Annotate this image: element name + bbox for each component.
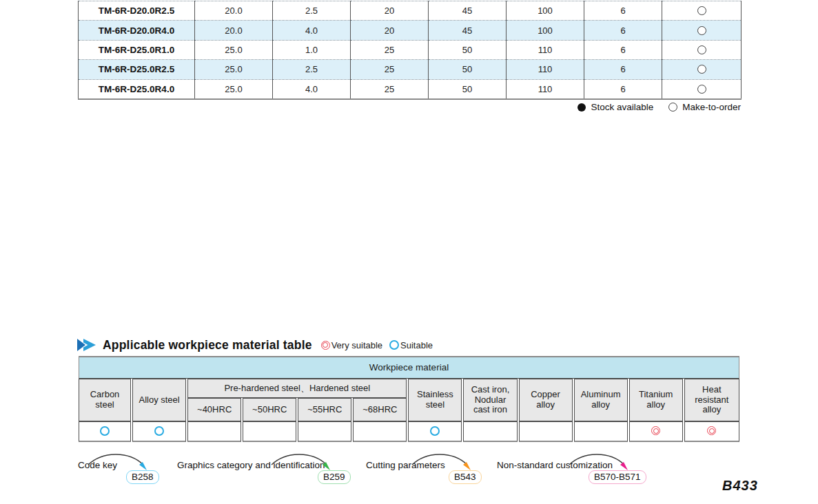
make-to-order-icon [697,45,706,54]
model-cell: TM-6R-D20.0R4.0 [79,21,195,40]
dimension-cell: 20.0 [195,1,273,21]
catalog-page: TM-6R-D20.0R2.520.02.520451006TM-6R-D20.… [0,0,818,504]
footnote-code-key: Code key B258 [78,460,117,470]
rating-cell [463,421,517,442]
dimension-cell: 50 [429,40,507,59]
dimension-cell: 20 [351,1,429,21]
col-header-hrc55: ~55HRC [298,398,351,421]
suitable-icon [389,340,399,350]
stock-status-cell [662,1,742,21]
page-ref-chip[interactable]: B543 [449,470,482,484]
dimension-cell: 110 [507,40,584,59]
page-ref-chip[interactable]: B258 [126,470,159,484]
footnote-non-standard-customization: Non-standard customization B570-B571 [497,460,613,470]
dimension-cell: 4.0 [273,21,351,40]
spec-table-row: TM-6R-D25.0R1.025.01.025501106 [79,40,742,59]
dimension-cell: 6 [584,60,662,79]
stock-available-icon [577,103,586,112]
dimension-cell: 6 [584,79,662,99]
spec-table: TM-6R-D20.0R2.520.02.520451006TM-6R-D20.… [78,1,742,100]
col-header-aluminum-alloy: Aluminum alloy [574,379,628,421]
col-header-carbon-steel: Carbon steel [79,379,131,421]
dimension-cell: 4.0 [273,79,351,99]
dimension-cell: 20.0 [195,21,273,40]
stock-status-cell [662,60,742,79]
dimension-cell: 100 [507,1,584,21]
dimension-cell: 25.0 [195,79,273,99]
stock-available-label: Stock available [591,102,653,112]
dimension-cell: 45 [429,21,507,40]
material-section-heading: Applicable workpiece material table Very… [77,337,437,353]
model-cell: TM-6R-D20.0R2.5 [79,1,195,21]
very-suitable-label: Very suitable [331,340,382,350]
make-to-order-icon [668,103,677,112]
workpiece-material-banner: Workpiece material [79,356,739,379]
stock-status-cell [662,21,742,40]
dimension-cell: 6 [584,21,662,40]
dimension-cell: 25 [351,40,429,59]
page-ref-chip[interactable]: B259 [318,470,351,484]
dimension-cell: 25 [351,60,429,79]
spec-table-row: TM-6R-D20.0R2.520.02.520451006 [79,1,742,21]
dimension-cell: 1.0 [273,40,351,59]
make-to-order-icon [697,65,706,74]
dimension-cell: 25 [351,79,429,99]
spec-table-row: TM-6R-D25.0R4.025.04.025501106 [79,79,742,99]
spec-table-row: TM-6R-D25.0R2.525.02.525501106 [79,60,742,79]
dimension-cell: 2.5 [273,1,351,21]
suitable-legend-item: Suitable [389,340,433,350]
very-suitable-icon [651,426,660,435]
dimension-cell: 2.5 [273,60,351,79]
col-header-hrc68: ~68HRC [353,398,407,421]
page-ref-chip[interactable]: B570-B571 [589,470,646,484]
col-header-heat-resistant-alloy: Heat resistant alloy [684,379,739,421]
stock-legend: Stock available Make-to-order [577,102,741,112]
rating-cell [684,421,739,442]
make-to-order-icon [697,6,706,15]
rating-cell [298,421,351,442]
stock-status-cell [662,79,742,99]
dimension-cell: 6 [584,40,662,59]
col-header-alloy-steel: Alloy steel [132,379,186,421]
dimension-cell: 100 [507,21,584,40]
dimension-cell: 50 [429,60,507,79]
spec-table-body: TM-6R-D20.0R2.520.02.520451006TM-6R-D20.… [79,1,742,99]
rating-cell [243,421,296,442]
material-values-row [79,421,739,442]
dimension-cell: 50 [429,79,507,99]
workpiece-material-table: Workpiece material Carbon steel Alloy st… [77,356,741,442]
rating-cell [353,421,407,442]
suitability-legend: Very suitable Suitable [321,340,437,350]
col-header-titanium-alloy: Titanium alloy [629,379,683,421]
rating-cell [519,421,573,442]
suitable-icon [154,426,164,436]
col-header-cast-iron: Cast iron, Nodular cast iron [463,379,517,421]
col-header-hardened-group: Pre-hardened steel、Hardened steel [187,379,407,398]
suitable-label: Suitable [400,340,433,350]
dimension-cell: 110 [507,60,584,79]
stock-status-cell [662,40,742,59]
dimension-cell: 20 [351,21,429,40]
dimension-cell: 25.0 [195,40,273,59]
make-to-order-icon [697,26,706,35]
dimension-cell: 25.0 [195,60,273,79]
rating-cell [629,421,683,442]
col-header-stainless-steel: Stainless steel [408,379,462,421]
rating-cell [79,421,131,442]
col-header-hrc50: ~50HRC [243,398,296,421]
rating-cell [408,421,462,442]
make-to-order-label: Make-to-order [682,102,741,112]
model-cell: TM-6R-D25.0R2.5 [79,60,195,79]
spec-table-row: TM-6R-D20.0R4.020.04.020451006 [79,21,742,40]
very-suitable-icon [707,426,716,435]
rating-cell [187,421,241,442]
make-to-order-icon [697,85,706,94]
suitable-icon [430,426,440,436]
dimension-cell: 45 [429,1,507,21]
footnote-cutting-parameters: Cutting parameters B543 [366,460,445,470]
page-number: B433 [722,478,758,494]
model-cell: TM-6R-D25.0R1.0 [79,40,195,59]
very-suitable-icon [321,341,330,350]
footnote-graphics-category: Graphics category and identification B25… [177,460,325,470]
rating-cell [132,421,186,442]
